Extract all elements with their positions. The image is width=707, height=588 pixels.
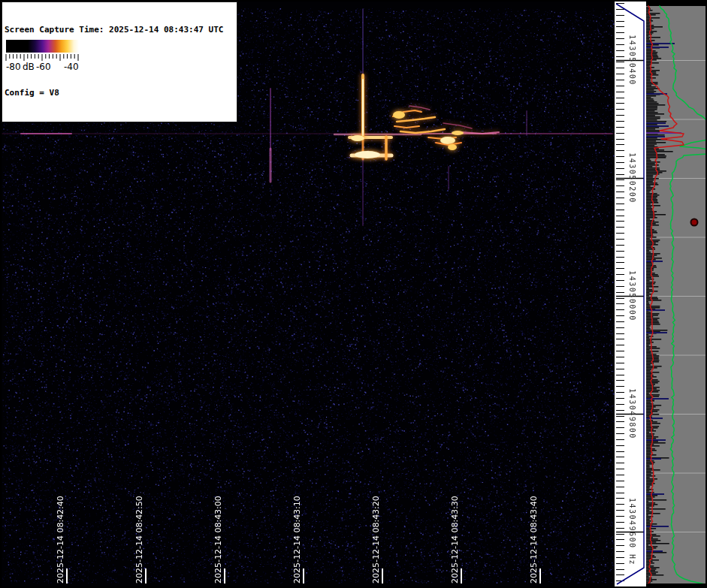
scale-db-label: -40 <box>64 62 79 72</box>
time-tick-label: 2025-12-14 08:43:20 <box>372 496 381 583</box>
time-tick-mark <box>539 568 541 583</box>
time-tick-label: 2025-12-14 08:43:00 <box>214 496 223 583</box>
scale-db-label: dB <box>23 62 35 72</box>
db-color-scale: -80dB-60-40 <box>5 38 80 72</box>
frequency-tick-label: 143049600 Hz <box>628 498 636 565</box>
time-tick-mark <box>303 568 304 583</box>
time-tick-mark <box>145 568 147 583</box>
scale-db-label: -60 <box>36 62 51 72</box>
time-tick-label: 2025-12-14 08:42:40 <box>56 496 65 583</box>
time-tick-mark <box>461 568 462 583</box>
frequency-tick-label: 143050200 <box>628 152 636 204</box>
time-tick-label: 2025-12-14 08:43:10 <box>293 496 302 583</box>
time-tick-mark <box>382 568 383 583</box>
color-scale-ticks <box>5 54 80 62</box>
time-tick-label: 2025-12-14 08:43:30 <box>451 496 460 583</box>
color-gradient-bar <box>6 40 79 53</box>
frequency-tick-label: 143049800 <box>628 388 636 439</box>
time-tick-label: 2025-12-14 08:43:40 <box>530 496 539 583</box>
capture-time-line: Screen Capture Time: 2025-12-14 08:43:47… <box>5 25 234 35</box>
spectrum-panel-canvas <box>646 0 707 588</box>
config-line: Config = V8 <box>5 88 234 98</box>
app-window: Screen Capture Time: 2025-12-14 08:43:47… <box>0 0 707 588</box>
frequency-tick-label: 143050000 <box>628 270 636 321</box>
time-tick-mark <box>224 568 225 583</box>
time-tick-mark <box>66 568 68 583</box>
frequency-tick-label: 143050400 <box>628 35 636 86</box>
time-tick-label: 2025-12-14 08:42:50 <box>135 496 144 583</box>
scale-db-label: -80 <box>6 62 21 72</box>
